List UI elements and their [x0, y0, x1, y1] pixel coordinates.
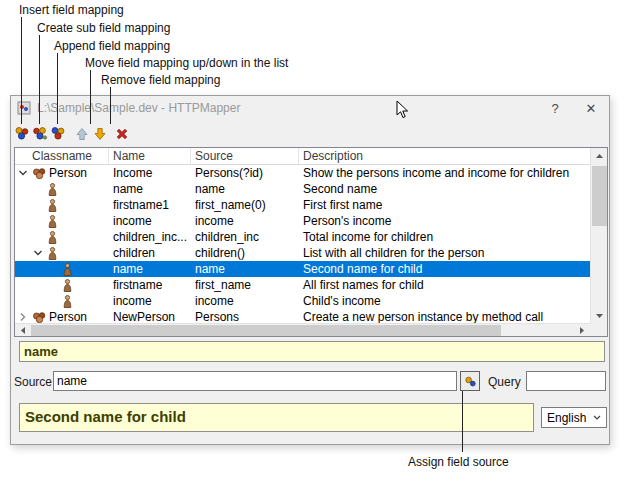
description-cell: Total income for children: [299, 229, 590, 245]
source-cell: first_name(0): [191, 197, 299, 213]
table-row[interactable]: firstnamefirst_nameAll first names for c…: [15, 277, 590, 293]
description-cell: First first name: [299, 197, 590, 213]
classname-cell: [15, 261, 109, 277]
child-icon: [47, 247, 64, 260]
source-cell: income: [191, 213, 299, 229]
insert-field-mapping-button[interactable]: [13, 124, 31, 144]
move-up-button[interactable]: [73, 124, 91, 144]
source-cell: Persons(?id): [191, 165, 299, 181]
callout-line: [462, 391, 463, 452]
description-cell: List with all children for the person: [299, 245, 590, 261]
name-cell: income: [109, 213, 191, 229]
move-down-button[interactable]: [91, 124, 109, 144]
table-row[interactable]: namenameSecond name: [15, 181, 590, 197]
column-header-source[interactable]: Source: [191, 148, 299, 164]
scroll-down-icon[interactable]: [591, 308, 607, 324]
column-header-description[interactable]: Description: [299, 148, 590, 164]
child-icon: [47, 183, 64, 196]
child-icon: [47, 231, 64, 244]
chevron-down-icon: [593, 415, 606, 420]
help-button[interactable]: ?: [537, 96, 573, 120]
chevron-right-icon[interactable]: [18, 312, 32, 322]
name-cell: firstname1: [109, 197, 191, 213]
annotation-assign-field-source: Assign field source: [408, 455, 509, 469]
callout-line: [21, 17, 22, 124]
toolbar: [11, 120, 609, 147]
table-row[interactable]: namenameSecond name for child: [15, 261, 590, 277]
table-row[interactable]: firstname1first_name(0)First first name: [15, 197, 590, 213]
name-cell: firstname: [109, 277, 191, 293]
classname-cell: [15, 277, 109, 293]
remove-field-mapping-button[interactable]: [113, 124, 131, 144]
vertical-scrollbar[interactable]: [590, 148, 607, 324]
grid-rows: PersonIncomePersons(?id)Show the persons…: [15, 165, 590, 325]
name-cell: name: [109, 261, 191, 277]
append-field-mapping-button[interactable]: [49, 124, 67, 144]
name-cell: Income: [109, 165, 191, 181]
language-select[interactable]: English: [541, 407, 607, 428]
description-cell: Second name: [299, 181, 590, 197]
httpmapper-window: L:\Sample\Sample.dev - HTTPMapper ? ✕: [10, 95, 610, 445]
source-label: Source: [14, 375, 52, 389]
horizontal-scrollbar[interactable]: [15, 323, 590, 336]
callout-line: [110, 87, 111, 124]
classname-cell: Person: [15, 165, 109, 181]
source-cell: children(): [191, 245, 299, 261]
description-cell: Child's income: [299, 293, 590, 309]
source-input[interactable]: [53, 371, 457, 391]
create-sub-field-mapping-button[interactable]: [31, 124, 49, 144]
child-icon: [62, 263, 79, 276]
mapping-list: Classname Name Source Description Person…: [14, 147, 608, 337]
callout-line: [57, 53, 58, 124]
scrollbar-thumb[interactable]: [31, 325, 501, 336]
description-cell: Show the persons income and income for c…: [299, 165, 590, 181]
annotation-move-field-mapping: Move field mapping up/down in the list: [85, 56, 288, 70]
child-icon: [47, 215, 64, 228]
column-header-classname[interactable]: Classname: [15, 148, 109, 164]
source-cell: name: [191, 181, 299, 197]
classname-cell: [15, 245, 109, 261]
name-cell: name: [109, 181, 191, 197]
source-cell: first_name: [191, 277, 299, 293]
scrollbar-corner: [590, 323, 607, 336]
classname-cell: [15, 213, 109, 229]
chevron-down-icon[interactable]: [33, 248, 47, 258]
name-cell: income: [109, 293, 191, 309]
list-header: Classname Name Source Description: [15, 148, 590, 165]
scroll-up-icon[interactable]: [591, 148, 607, 164]
scrollbar-thumb[interactable]: [592, 166, 607, 226]
language-value: English: [547, 411, 586, 425]
annotation-insert-field-mapping: Insert field mapping: [19, 3, 124, 17]
child-icon: [62, 279, 79, 292]
person-icon: [32, 167, 49, 180]
column-header-name[interactable]: Name: [109, 148, 191, 164]
table-row[interactable]: children_inc...children_incTotal income …: [15, 229, 590, 245]
description-cell: All first names for child: [299, 277, 590, 293]
person-icon: [32, 311, 49, 324]
mouse-cursor: [396, 100, 409, 124]
app-icon: [17, 101, 31, 115]
annotation-remove-field-mapping: Remove field mapping: [101, 73, 220, 87]
source-cell: name: [191, 261, 299, 277]
assign-field-source-button[interactable]: [460, 371, 480, 391]
description-cell: Second name for child: [299, 261, 590, 277]
table-row[interactable]: childrenchildren()List with all children…: [15, 245, 590, 261]
table-row[interactable]: incomeincomeChild's income: [15, 293, 590, 309]
table-row[interactable]: PersonIncomePersons(?id)Show the persons…: [15, 165, 590, 181]
callout-line: [90, 70, 91, 124]
scroll-left-icon[interactable]: [15, 324, 31, 336]
callout-line: [39, 35, 40, 124]
close-button[interactable]: ✕: [573, 96, 609, 120]
scroll-right-icon[interactable]: [574, 324, 590, 336]
titlebar[interactable]: L:\Sample\Sample.dev - HTTPMapper ? ✕: [11, 96, 609, 120]
classname-cell: [15, 293, 109, 309]
query-label: Query: [488, 375, 521, 389]
annotation-create-sub-field-mapping: Create sub field mapping: [37, 21, 170, 35]
query-input[interactable]: [526, 371, 606, 391]
annotation-append-field-mapping: Append field mapping: [54, 39, 170, 53]
field-description-display: Second name for child: [19, 403, 534, 432]
table-row[interactable]: incomeincomePerson's income: [15, 213, 590, 229]
chevron-down-icon[interactable]: [18, 168, 32, 178]
name-cell: children_inc...: [109, 229, 191, 245]
classname-cell: [15, 181, 109, 197]
